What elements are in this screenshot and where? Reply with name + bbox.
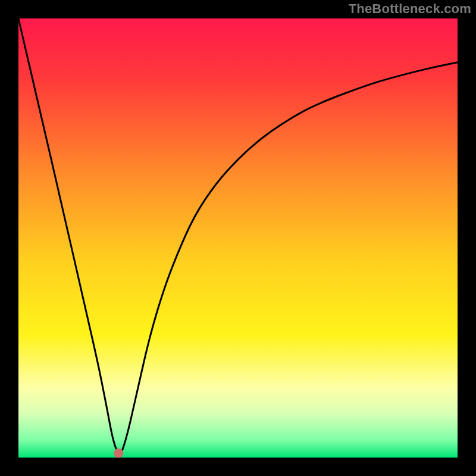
optimal-point-marker — [114, 449, 123, 458]
chart-container: TheBottleneck.com — [0, 0, 476, 476]
watermark-text: TheBottleneck.com — [349, 1, 471, 17]
bottleneck-chart — [0, 0, 476, 476]
plot-area — [18, 18, 458, 458]
